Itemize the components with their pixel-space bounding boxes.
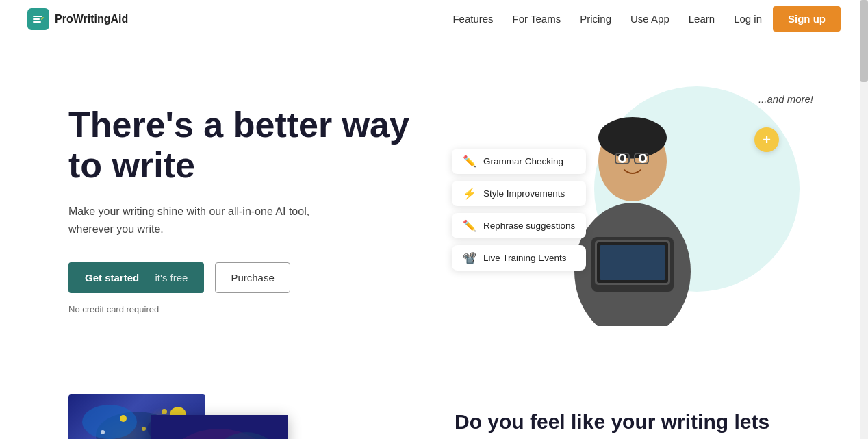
navbar: ProWritingAid Features For Teams Pricing…: [0, 0, 868, 38]
training-label: Live Training Events: [483, 253, 567, 263]
painting-abstract: [151, 415, 288, 439]
nav-login[interactable]: Log in: [734, 13, 762, 25]
logo-link[interactable]: ProWritingAid: [27, 8, 128, 30]
style-label: Style Improvements: [483, 188, 565, 199]
svg-point-9: [641, 155, 645, 161]
hero-left: There's a better way to write Make your …: [68, 105, 438, 315]
brand-name: ProWritingAid: [55, 13, 128, 25]
svg-point-23: [101, 430, 105, 434]
no-credit-text: No credit card required: [68, 304, 438, 314]
and-more-label: ...and more!: [758, 93, 813, 105]
svg-rect-1: [33, 18, 40, 20]
hero-section: There's a better way to write Make your …: [0, 38, 868, 367]
svg-rect-0: [33, 16, 42, 17]
signup-button[interactable]: Sign up: [773, 6, 841, 32]
svg-rect-16: [600, 245, 665, 280]
svg-point-21: [162, 409, 167, 414]
section-two-right: Do you feel like your writing lets you d…: [455, 394, 800, 439]
svg-rect-2: [33, 21, 41, 23]
svg-point-20: [120, 415, 127, 422]
plus-badge: +: [754, 127, 779, 152]
hero-right: ...and more! + ✏️ Grammar Checking ⚡ Sty…: [438, 79, 841, 340]
scrollbar-thumb[interactable]: [860, 0, 868, 82]
grammar-icon: ✏️: [463, 155, 476, 168]
page-scrollbar[interactable]: [860, 0, 868, 439]
hero-title: There's a better way to write: [68, 105, 438, 187]
nav-features[interactable]: Features: [452, 13, 493, 25]
feature-pills: ✏️ Grammar Checking ⚡ Style Improvements…: [452, 149, 586, 271]
nav-for-teams[interactable]: For Teams: [513, 13, 561, 25]
hero-buttons: Get started — it's free Purchase: [68, 262, 438, 293]
svg-point-22: [142, 427, 146, 431]
svg-point-5: [598, 117, 667, 158]
rephrase-label: Rephrase suggestions: [483, 221, 575, 231]
feature-pill-rephrase: ✏️ Rephrase suggestions: [452, 213, 586, 238]
style-icon: ⚡: [463, 187, 476, 200]
training-icon: 📽️: [463, 251, 476, 264]
its-free-label: — it's free: [139, 272, 188, 284]
logo-icon: [27, 8, 49, 30]
svg-point-8: [620, 155, 624, 161]
nav-use-app[interactable]: Use App: [630, 13, 669, 25]
hero-subtitle: Make your writing shine with our all-in-…: [68, 203, 356, 238]
feature-pill-training: 📽️ Live Training Events: [452, 245, 586, 271]
grammar-label: Grammar Checking: [483, 156, 563, 166]
rephrase-icon: ✏️: [463, 219, 476, 232]
get-started-button[interactable]: Get started — it's free: [68, 262, 204, 293]
svg-point-18: [82, 405, 137, 439]
feature-pill-grammar: ✏️ Grammar Checking: [452, 149, 586, 174]
nav-links: Features For Teams Pricing Use App Learn…: [452, 13, 762, 25]
section-two: My idea in my head Do you feel like your…: [0, 367, 868, 439]
nav-learn[interactable]: Learn: [689, 13, 715, 25]
section-two-title: Do you feel like your writing lets you d…: [455, 408, 800, 439]
feature-pill-style: ⚡ Style Improvements: [452, 181, 586, 206]
painting-stack: My idea in my head: [68, 394, 301, 439]
section-two-left: My idea in my head: [68, 394, 413, 439]
nav-pricing[interactable]: Pricing: [580, 13, 611, 25]
purchase-button[interactable]: Purchase: [215, 262, 290, 293]
get-started-label: Get started: [85, 272, 139, 284]
